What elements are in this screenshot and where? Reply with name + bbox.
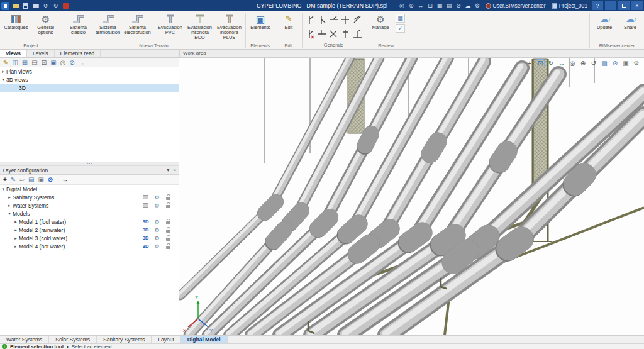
generate-parallel-icon[interactable] [353, 15, 363, 25]
generate-collector-icon[interactable] [353, 30, 363, 40]
layer-settings-icon[interactable]: ⚙ [153, 227, 161, 233]
sistema-electrofusion-button[interactable]: Sistema electrofusión [123, 12, 152, 42]
help-button[interactable]: ? [592, 1, 603, 10]
sistema-clasico-button[interactable]: Sistema clásico [64, 12, 93, 42]
tree-item-3d[interactable]: 3D [0, 84, 179, 92]
layers-config-icon[interactable]: ▤ [28, 176, 34, 183]
layer-item-sanitary-systems[interactable]: ▸ Sanitary Systems ⚙ [0, 193, 179, 201]
layer-settings-icon[interactable]: ⚙ [153, 194, 161, 201]
project-chip[interactable]: Project_001 [550, 3, 590, 9]
tab-digital-model[interactable]: Digital Model [181, 336, 228, 343]
chevron-right-icon[interactable]: ▸ [13, 219, 19, 224]
selection-box-icon[interactable]: ⊡ [426, 2, 435, 9]
tree-item-3d-views[interactable]: ▾ 3D views [0, 75, 179, 84]
3d-badge[interactable]: 3D [142, 227, 150, 233]
redraw-icon[interactable]: ◎ [398, 2, 406, 9]
chevron-right-icon[interactable]: ▸ [0, 69, 6, 74]
review-check-button[interactable]: ✓ [396, 24, 405, 33]
redo-icon[interactable]: ↻ [52, 2, 60, 9]
lock-icon[interactable] [166, 230, 170, 233]
settings-icon[interactable]: ⚙ [474, 2, 482, 9]
generate-riser-icon[interactable] [341, 30, 351, 40]
layer-settings-icon[interactable]: ⚙ [153, 243, 161, 250]
user-chip[interactable]: User.BIMserver.center [483, 3, 548, 9]
zoom-window-icon[interactable]: ⊕ [408, 2, 416, 9]
measure-icon[interactable]: + [525, 59, 534, 67]
lock-icon[interactable] [166, 205, 170, 208]
print-icon[interactable] [31, 2, 40, 9]
tab-sanitary-systems[interactable]: Sanitary Systems [97, 336, 152, 343]
layer-item-model-1[interactable]: ▸ Model 1 (foul water) 3D ⚙ [0, 218, 179, 226]
generate-diagonal-icon[interactable] [329, 30, 339, 40]
sistema-termofusion-button[interactable]: Sistema termofusión [93, 12, 123, 42]
hide-view-icon[interactable]: ⊘ [69, 59, 74, 66]
chevron-right-icon[interactable]: ▸ [13, 228, 19, 233]
pan-view-icon[interactable]: ↔ [557, 59, 566, 67]
chevron-down-icon[interactable]: ▾ [0, 77, 6, 82]
layers-icon[interactable]: ▤ [445, 2, 453, 9]
pan-icon[interactable]: ↔ [417, 2, 425, 9]
view-settings-icon[interactable]: ⚙ [632, 59, 641, 67]
zoom-icon[interactable]: ◎ [568, 59, 577, 67]
tab-elements-read[interactable]: Elements read [55, 50, 101, 57]
grid-view-icon[interactable]: ▦ [22, 59, 28, 66]
chevron-right-icon[interactable]: ▸ [13, 236, 19, 241]
screen-layer-icon[interactable]: ▣ [38, 176, 43, 183]
layer-settings-icon[interactable]: ⚙ [153, 235, 161, 241]
layer-settings-icon[interactable]: ⚙ [153, 219, 161, 225]
tab-layout[interactable]: Layout [152, 336, 181, 343]
chevron-down-icon[interactable]: ▾ [0, 187, 6, 192]
screen-view-icon[interactable]: ▣ [50, 59, 56, 66]
3d-viewport[interactable]: + ⊡ ↻ ↔ ◎ ⊕ ↺ ▤ ⊘ ▣ ⚙ [179, 58, 644, 335]
hide-icon[interactable]: ⊘ [455, 2, 463, 9]
catalogues-button[interactable]: Catalogues [1, 12, 31, 42]
chevron-right-icon[interactable]: ▸ [13, 244, 19, 249]
panel-splitter[interactable]: ⋯ [0, 162, 179, 166]
layer-item-model-2[interactable]: ▸ Model 2 (rainwater) 3D ⚙ [0, 226, 179, 234]
3d-badge[interactable]: 3D [142, 219, 150, 224]
sync-icon[interactable]: ☁ [464, 2, 472, 9]
layer-item-models[interactable]: ▾ Models [0, 209, 179, 218]
layer-item-water-systems[interactable]: ▸ Water Systems ⚙ [0, 201, 179, 209]
generate-delete-branch-icon[interactable] [305, 30, 315, 40]
save-icon[interactable] [21, 2, 30, 9]
review-grid-button[interactable]: ▦ [396, 14, 405, 23]
evacuacion-insonora-plus-button[interactable]: Evacuación insonora PLUS [214, 12, 244, 42]
edit-layer-icon[interactable]: ✎ [11, 176, 16, 183]
collapse-panel-icon[interactable]: ▾ [167, 167, 169, 173]
orbit-icon[interactable]: ↻ [547, 59, 555, 67]
transfer-layer-icon[interactable]: → [62, 176, 68, 183]
system-view-icon[interactable] [143, 203, 148, 208]
grid-icon[interactable]: ▦ [436, 2, 444, 9]
update-button[interactable]: ☁↓ Update [591, 12, 618, 42]
previous-view-icon[interactable]: ↺ [589, 59, 598, 67]
general-options-button[interactable]: ⚙ General options [31, 12, 60, 42]
recent-icon[interactable] [62, 2, 70, 9]
close-button[interactable]: × [631, 1, 643, 10]
select-box-icon[interactable]: ⊡ [536, 59, 545, 67]
share-button[interactable]: ☁↑ Share [618, 12, 643, 42]
generate-junction-icon[interactable] [329, 15, 339, 25]
3d-badge[interactable]: 3D [142, 235, 150, 241]
new-window-icon[interactable]: ◫ [12, 59, 18, 66]
generate-branch-up-icon[interactable] [305, 15, 315, 25]
generate-tee-icon[interactable] [317, 30, 327, 40]
add-layer-icon[interactable]: + [3, 176, 7, 183]
evacuacion-insonora-eco-button[interactable]: Evacuación insonora ECO [185, 12, 214, 42]
open-icon[interactable] [11, 2, 19, 9]
layer-item-digital-model[interactable]: ▾ Digital Model [0, 185, 179, 193]
hide-elements-icon[interactable]: ⊘ [611, 59, 619, 67]
tab-levels[interactable]: Levels [27, 50, 55, 57]
transfer-view-icon[interactable]: → [79, 59, 85, 66]
lock-icon[interactable] [166, 238, 170, 241]
manage-button[interactable]: ⚙ Manage [367, 12, 394, 42]
layer-settings-icon[interactable]: ⚙ [153, 202, 161, 209]
chevron-right-icon[interactable]: ▸ [6, 203, 13, 208]
copy-layer-icon[interactable]: ▱ [19, 176, 25, 183]
minimize-button[interactable]: – [605, 1, 616, 10]
snapshot-icon[interactable]: ▣ [621, 59, 630, 67]
lock-icon[interactable] [166, 246, 170, 249]
lock-icon[interactable] [166, 221, 170, 224]
evacuacion-pvc-button[interactable]: Evacuación PVC [155, 12, 185, 42]
generate-branch-down-icon[interactable] [317, 15, 327, 25]
